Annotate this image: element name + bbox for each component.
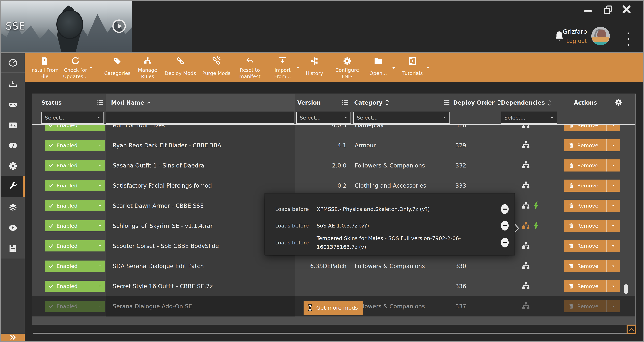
remove-caret-icon[interactable] [607, 160, 620, 172]
mod-status-toggle[interactable]: Enabled [45, 260, 105, 272]
remove-button[interactable]: Remove [564, 240, 620, 252]
column-header-version[interactable]: Version [297, 94, 321, 111]
sidebar-item-add[interactable] [1, 218, 25, 238]
remove-caret-icon[interactable] [607, 125, 620, 131]
column-header-mod-name[interactable]: Mod Name [111, 94, 151, 111]
remove-caret-icon[interactable] [607, 260, 620, 272]
dropdown-caret-icon[interactable] [392, 66, 396, 70]
dependencies-icon[interactable] [521, 302, 531, 311]
minus-circle-icon[interactable] [501, 238, 509, 248]
remove-caret-icon[interactable] [607, 139, 620, 152]
avatar[interactable] [591, 27, 610, 45]
dependencies-icon[interactable] [521, 281, 531, 291]
column-header-dependencies[interactable]: Dependencies [501, 94, 552, 111]
vertical-scrollbar-thumb[interactable] [624, 284, 628, 294]
dependencies-filter-select[interactable]: Select... [501, 112, 557, 124]
mod-status-toggle[interactable]: Enabled [45, 125, 105, 131]
sidebar-item-downloads[interactable] [1, 74, 25, 94]
open-button[interactable]: Open... [362, 55, 394, 82]
mod-status-toggle[interactable]: Enabled [45, 301, 105, 312]
reset-to-manifest-button[interactable]: Reset to manifest [234, 55, 266, 82]
remove-button[interactable]: Remove [564, 160, 620, 172]
minimize-icon[interactable] [584, 10, 592, 12]
status-caret-icon[interactable] [95, 281, 105, 292]
play-circle-icon[interactable] [112, 20, 126, 33]
mod-name[interactable]: Run For Your Lives [113, 125, 292, 135]
categories-button[interactable]: Categories [102, 55, 133, 82]
mod-name[interactable]: Ryan Reos Dark Elf Blader - CBBE 3BA [113, 135, 292, 156]
chevron-double-right-icon[interactable] [1, 334, 25, 341]
get-more-mods-button[interactable]: Get more mods [304, 301, 362, 315]
mod-status-toggle[interactable]: Enabled [45, 160, 105, 171]
sidebar-item-games[interactable] [1, 94, 25, 115]
install-from-file-button[interactable]: Install From File [28, 55, 60, 82]
status-caret-icon[interactable] [95, 140, 105, 151]
remove-caret-icon[interactable] [607, 200, 620, 212]
sidebar-item-mods[interactable] [1, 176, 25, 197]
remove-button[interactable]: Remove [564, 139, 620, 152]
column-header-category[interactable]: Category [354, 94, 389, 111]
status-filter-select[interactable]: Select... [42, 112, 104, 124]
close-icon[interactable] [622, 4, 632, 14]
column-header-status[interactable]: Status [42, 94, 62, 111]
dependencies-icon[interactable] [521, 160, 531, 170]
status-caret-icon[interactable] [95, 160, 105, 171]
remove-button[interactable]: Remove [564, 260, 620, 272]
tutorials-button[interactable]: Tutorials [397, 55, 428, 82]
sidebar-item-about[interactable] [1, 135, 25, 156]
horizontal-scrollbar[interactable] [33, 332, 635, 334]
manage-rules-button[interactable]: Manage Rules [132, 55, 164, 82]
status-caret-icon[interactable] [95, 125, 105, 131]
check-for-updates-button[interactable]: Check for Updates... [60, 55, 92, 82]
mod-status-toggle[interactable]: Enabled [45, 180, 105, 191]
purge-mods-button[interactable]: Purge Mods [200, 55, 232, 82]
mod-status-toggle[interactable]: Enabled [45, 281, 105, 292]
sidebar-item-save[interactable] [1, 238, 25, 258]
table-settings-gear-icon[interactable] [614, 98, 622, 106]
mod-name[interactable]: Secret Style 16 Outfit - CBBE SE.7z [113, 276, 292, 296]
minus-circle-icon[interactable] [501, 204, 509, 214]
mod-status-toggle[interactable]: Enabled [45, 200, 105, 211]
remove-button[interactable]: Remove [564, 280, 620, 292]
status-caret-icon[interactable] [95, 301, 105, 312]
remove-caret-icon[interactable] [607, 220, 620, 232]
dropdown-caret-icon[interactable] [426, 66, 430, 70]
column-header-deploy-order[interactable]: Deploy Order [453, 94, 501, 111]
remove-caret-icon[interactable] [607, 280, 620, 292]
remove-button[interactable]: Remove [564, 180, 620, 192]
configure-fnis-button[interactable]: Configure FNIS [331, 55, 363, 82]
remove-button[interactable]: Remove [564, 220, 620, 232]
import-from-button[interactable]: Import From... [267, 55, 298, 82]
sidebar-item-plugins[interactable] [1, 197, 25, 218]
dependencies-icon[interactable] [521, 221, 531, 231]
mod-status-toggle[interactable]: Enabled [45, 220, 105, 231]
dependencies-icon[interactable] [521, 241, 531, 251]
logout-link[interactable]: Log out [563, 38, 587, 44]
deploy-mods-button[interactable]: Deploy Mods [164, 55, 196, 82]
dropdown-caret-icon[interactable] [89, 66, 93, 70]
dependencies-icon[interactable] [521, 140, 531, 150]
remove-button[interactable]: Remove [564, 200, 620, 212]
mod-name[interactable]: Satisfactory Facial Piercings fomod [113, 176, 292, 196]
sidebar-item-extensions[interactable] [1, 115, 25, 135]
mod-name[interactable]: Serana Dialogue Add-On SE [113, 296, 292, 316]
group-by-icon[interactable] [443, 99, 450, 106]
status-caret-icon[interactable] [95, 240, 105, 252]
sidebar-item-dashboard[interactable] [1, 53, 25, 73]
mod-status-toggle[interactable]: Enabled [45, 240, 105, 252]
remove-button[interactable]: Remove [564, 125, 620, 131]
dependencies-icon[interactable] [521, 125, 531, 130]
dependencies-icon[interactable] [521, 181, 531, 190]
kebab-menu-icon[interactable] [628, 32, 630, 50]
mod-name[interactable]: SDA Serana Dialogue Edit Patch [113, 256, 292, 276]
mod-name-filter-input[interactable] [106, 112, 294, 124]
sidebar-item-settings[interactable] [1, 156, 25, 176]
dependencies-icon[interactable] [521, 261, 531, 271]
dependencies-icon[interactable] [521, 201, 531, 210]
mod-status-toggle[interactable]: Enabled [45, 140, 105, 151]
status-caret-icon[interactable] [95, 260, 105, 272]
status-caret-icon[interactable] [95, 180, 105, 191]
restore-icon[interactable] [604, 5, 613, 14]
minus-circle-icon[interactable] [501, 221, 509, 230]
game-banner[interactable]: SSE [1, 1, 132, 52]
